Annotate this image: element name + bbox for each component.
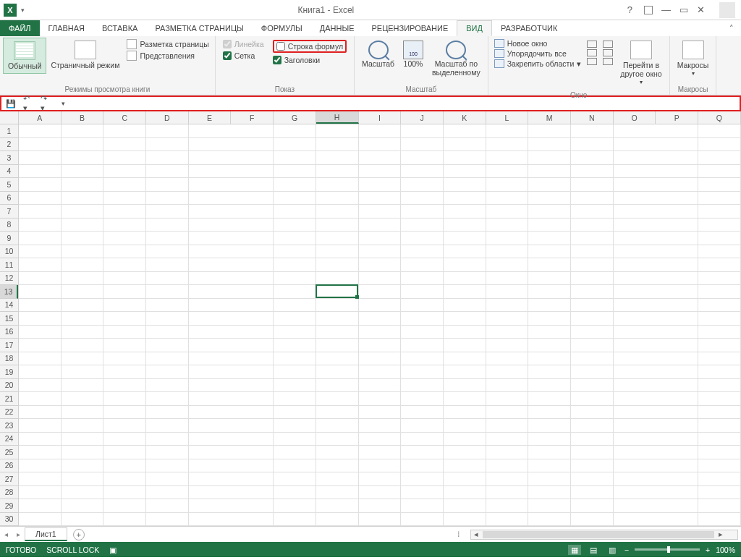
- column-header-G[interactable]: G: [274, 111, 316, 124]
- worksheet-grid[interactable]: 1234567891011121314151617181920212223242…: [0, 124, 741, 526]
- freeze-panes-button[interactable]: Закрепить области ▾: [494, 59, 581, 68]
- scroll-thumb[interactable]: [483, 531, 714, 538]
- gridlines-check-input[interactable]: [223, 51, 232, 60]
- row-header-18[interactable]: 18: [0, 352, 18, 366]
- reset-position-button[interactable]: [603, 58, 613, 65]
- sync-scroll-button[interactable]: [603, 49, 613, 56]
- row-header-8[interactable]: 8: [0, 219, 18, 232]
- row-header-12[interactable]: 12: [0, 272, 18, 286]
- row-header-25[interactable]: 25: [0, 446, 18, 459]
- zoom-out-button[interactable]: −: [624, 546, 629, 554]
- sheet-tab-1[interactable]: Лист1: [25, 527, 67, 541]
- normal-view-button[interactable]: Обычный: [3, 38, 46, 74]
- row-header-26[interactable]: 26: [0, 459, 18, 473]
- row-header-9[interactable]: 9: [0, 232, 18, 245]
- customize-qat-icon[interactable]: ▾: [58, 98, 68, 109]
- row-header-11[interactable]: 11: [0, 258, 18, 272]
- row-header-13[interactable]: 13: [0, 285, 18, 299]
- row-header-5[interactable]: 5: [0, 178, 18, 192]
- row-header-28[interactable]: 28: [0, 486, 18, 500]
- column-header-L[interactable]: L: [486, 111, 529, 124]
- zoom-to-selection-button[interactable]: Масштаб по выделенному: [428, 38, 485, 80]
- row-header-15[interactable]: 15: [0, 312, 18, 326]
- help-button[interactable]: ?: [627, 4, 632, 15]
- new-window-button[interactable]: Новое окно: [494, 39, 581, 48]
- row-header-16[interactable]: 16: [0, 326, 18, 339]
- row-header-3[interactable]: 3: [0, 151, 18, 165]
- row-header-6[interactable]: 6: [0, 192, 18, 205]
- row-header-2[interactable]: 2: [0, 138, 18, 152]
- tab-split-handle[interactable]: ⁞: [457, 530, 460, 539]
- column-header-B[interactable]: B: [62, 111, 104, 124]
- column-header-O[interactable]: O: [614, 111, 656, 124]
- column-header-N[interactable]: N: [571, 111, 614, 124]
- save-icon[interactable]: 💾: [6, 98, 16, 109]
- zoom-button[interactable]: Масштаб: [357, 38, 399, 71]
- fill-handle[interactable]: [355, 295, 359, 299]
- row-header-24[interactable]: 24: [0, 433, 18, 446]
- tab-developer[interactable]: РАЗРАБОТЧИК: [492, 20, 566, 36]
- arrange-all-button[interactable]: Упорядочить все: [494, 49, 581, 58]
- horizontal-scrollbar[interactable]: ◂ ▸: [470, 530, 738, 540]
- column-header-D[interactable]: D: [146, 111, 189, 124]
- row-header-4[interactable]: 4: [0, 165, 18, 179]
- column-header-A[interactable]: A: [19, 111, 62, 124]
- switch-windows-button[interactable]: Перейти в другое окно ▾: [616, 38, 666, 90]
- macro-record-icon[interactable]: ▣: [109, 546, 117, 554]
- column-header-Q[interactable]: Q: [698, 111, 741, 124]
- new-sheet-button[interactable]: +: [73, 529, 85, 540]
- column-header-J[interactable]: J: [401, 111, 444, 124]
- scroll-left-icon[interactable]: ◂: [471, 530, 481, 539]
- unhide-button[interactable]: [587, 58, 597, 65]
- row-header-22[interactable]: 22: [0, 406, 18, 420]
- select-all-corner[interactable]: [0, 111, 19, 124]
- sheet-nav-next-icon[interactable]: ▸: [12, 530, 25, 538]
- account-avatar-icon[interactable]: [719, 2, 735, 18]
- restore-button[interactable]: ▭: [679, 4, 688, 15]
- zoom-level[interactable]: 100%: [716, 546, 735, 554]
- tab-home[interactable]: ГЛАВНАЯ: [40, 20, 93, 36]
- tab-review[interactable]: РЕЦЕНЗИРОВАНИЕ: [363, 20, 457, 36]
- page-layout-button[interactable]: Разметка страницы: [127, 39, 208, 49]
- page-break-preview-button[interactable]: Страничный режим: [46, 38, 124, 72]
- undo-icon[interactable]: ↶ ▾: [23, 98, 33, 109]
- formula-bar-check-input[interactable]: [276, 42, 285, 51]
- split-button[interactable]: [587, 41, 597, 48]
- macros-button[interactable]: Макросы ▾: [673, 38, 714, 81]
- zoom-100-button[interactable]: 100 100%: [399, 38, 428, 71]
- ribbon-display-options-icon[interactable]: [644, 6, 653, 14]
- row-header-19[interactable]: 19: [0, 365, 18, 379]
- view-side-by-side-button[interactable]: [603, 41, 613, 48]
- row-header-17[interactable]: 17: [0, 339, 18, 352]
- column-header-P[interactable]: P: [656, 111, 698, 124]
- row-header-10[interactable]: 10: [0, 245, 18, 259]
- column-header-K[interactable]: K: [444, 111, 486, 124]
- column-header-F[interactable]: F: [231, 111, 274, 124]
- tab-file[interactable]: ФАЙЛ: [0, 20, 40, 36]
- formula-bar-checkbox[interactable]: Строка формул: [273, 40, 347, 53]
- column-header-E[interactable]: E: [189, 111, 232, 124]
- custom-views-button[interactable]: Представления: [127, 51, 208, 61]
- collapse-ribbon-icon[interactable]: ˄: [722, 20, 741, 36]
- column-header-M[interactable]: M: [528, 111, 571, 124]
- hide-button[interactable]: [587, 49, 597, 56]
- column-header-C[interactable]: C: [103, 111, 146, 124]
- zoom-in-button[interactable]: +: [706, 546, 710, 554]
- tab-data[interactable]: ДАННЫЕ: [311, 20, 363, 36]
- headings-check-input[interactable]: [273, 56, 281, 64]
- row-header-30[interactable]: 30: [0, 513, 18, 527]
- status-normal-view-icon[interactable]: ▦: [568, 545, 581, 555]
- row-header-23[interactable]: 23: [0, 419, 18, 433]
- row-header-21[interactable]: 21: [0, 392, 18, 406]
- sheet-nav-prev-icon[interactable]: ◂: [0, 530, 12, 538]
- minimize-button[interactable]: —: [661, 4, 671, 15]
- scroll-right-icon[interactable]: ▸: [716, 530, 726, 539]
- column-header-H[interactable]: H: [316, 111, 359, 124]
- row-header-7[interactable]: 7: [0, 205, 18, 219]
- row-header-20[interactable]: 20: [0, 379, 18, 393]
- tab-insert[interactable]: ВСТАВКА: [93, 20, 146, 36]
- status-page-layout-icon[interactable]: ▤: [587, 545, 600, 555]
- cells-area[interactable]: [19, 124, 741, 526]
- row-header-1[interactable]: 1: [0, 124, 18, 138]
- active-cell[interactable]: [316, 284, 358, 298]
